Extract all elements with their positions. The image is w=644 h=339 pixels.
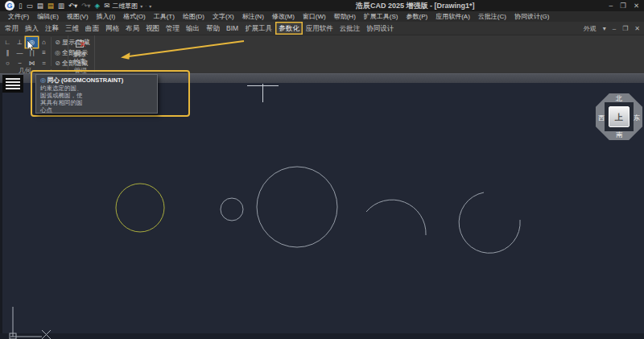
constraint-perpendicular-button[interactable]: ⊥ — [14, 37, 26, 48]
open-file-icon[interactable]: ▭ — [27, 0, 33, 11]
app-logo[interactable]: G — [5, 1, 14, 10]
minimize-button[interactable]: – — [609, 0, 613, 11]
drawing-canvas[interactable] — [0, 83, 644, 339]
tab-parametric[interactable]: 参数化 — [275, 22, 303, 35]
tab-insert[interactable]: 插入 — [22, 22, 42, 35]
title-bar: G ▯▭▤▤▥↶▾↷▾◈✉ 二维草图 ▾ · ▾ 浩辰CAD 2025 增强版 … — [0, 0, 644, 11]
qat-overflow-icon[interactable]: · — [145, 3, 147, 8]
tab-apps[interactable]: 应用软件 — [303, 22, 336, 35]
tooltip-title: 同心 (GEOMCONSTRAINT) — [47, 76, 123, 84]
close-button[interactable]: ✕ — [634, 0, 639, 11]
tab-3d[interactable]: 三维 — [62, 22, 82, 35]
delete-constraint-button[interactable]: ✕ 删除 约束 — [69, 36, 90, 65]
redo-icon[interactable]: ↷▾ — [81, 0, 90, 11]
tab-bim[interactable]: BIM — [223, 22, 242, 35]
tab-home[interactable]: 常用 — [2, 22, 22, 35]
undo-icon[interactable]: ↶▾ — [68, 0, 77, 11]
panel-separator — [94, 35, 95, 72]
tab-annotate[interactable]: 注释 — [42, 22, 62, 35]
save-icon[interactable]: ▤ — [37, 0, 43, 11]
tab-express[interactable]: 扩展工具 — [242, 22, 275, 35]
appearance-menu[interactable]: 外观 — [584, 24, 597, 33]
tab-cloud-markup[interactable]: 云批注 — [336, 22, 364, 35]
viewcube-top-face[interactable]: 上 — [609, 106, 630, 127]
ribbon-tab-bar: 常用插入注释三维曲面网格布局视图管理输出帮助BIM扩展工具参数化应用软件云批注协… — [0, 22, 644, 35]
panel-separator — [51, 37, 52, 66]
viewcube-west-label[interactable]: 西 — [597, 114, 605, 122]
constraint-coincident-button[interactable]: ∟ — [2, 37, 14, 48]
restore-button[interactable]: ❐ — [620, 0, 626, 11]
concentric-icon: ◎ — [40, 76, 46, 84]
window-title: 浩辰CAD 2025 增强版 - [Drawing1*] — [356, 0, 475, 11]
workspace-selector[interactable]: 二维草图 — [112, 2, 138, 10]
quick-access-toolbar: ▯▭▤▤▥↶▾↷▾◈✉ — [19, 0, 109, 11]
tooltip-body: 约束选定的圆、圆弧或椭圆，使其具有相同的圆心点 — [40, 85, 153, 114]
view-cube[interactable]: 上 北 南 西 东 — [596, 93, 642, 140]
tab-surface[interactable]: 曲面 — [82, 22, 102, 35]
tab-output[interactable]: 输出 — [183, 22, 203, 35]
viewcube-north-label[interactable]: 北 — [596, 94, 642, 103]
window-controls: –❐✕ — [609, 0, 639, 11]
print-icon[interactable]: ▥ — [58, 0, 64, 11]
ribbon-right-controls: 外观 ▾ – ❐ ✕ — [584, 22, 640, 35]
appearance-dropdown-icon[interactable]: ▾ — [603, 25, 606, 32]
viewcube-east-label[interactable]: 东 — [633, 114, 641, 122]
hamburger-menu-icon[interactable] — [2, 75, 23, 93]
workspace-dropdown-icon[interactable]: ▾ — [140, 3, 142, 9]
canvas-left-edge — [0, 83, 2, 339]
tab-collab[interactable]: 协同设计 — [363, 22, 397, 35]
mouse-cursor-icon — [27, 40, 36, 52]
constraint-horizontal-button[interactable]: — — [14, 48, 26, 58]
ribbon-panel-area: ∟⊥◎⌂∥—∣∣≡○~⋈= ⊘ 显示/隐藏 ◎ 全部显示 ⊘ 全部隐藏 几何 ⌟… — [0, 35, 644, 73]
save-as-icon[interactable]: ▤ — [47, 0, 54, 11]
qat-dropdown-icon[interactable]: ▾ — [149, 3, 151, 9]
tab-mesh[interactable]: 网格 — [102, 22, 122, 35]
constraint-collinear-button[interactable]: ≡ — [38, 48, 50, 58]
ribbon-minimize-button[interactable]: – — [613, 25, 616, 32]
tab-manage[interactable]: 管理 — [163, 22, 183, 35]
new-file-icon[interactable]: ▯ — [19, 0, 23, 11]
canvas-bottom-edge — [0, 333, 644, 339]
ribbon-restore-button[interactable]: ❐ — [622, 25, 628, 32]
tab-layout[interactable]: 布局 — [122, 22, 142, 35]
ribbon-close-button[interactable]: ✕ — [634, 25, 640, 32]
workspace-cube-icon[interactable]: ◈ — [95, 0, 101, 11]
menu-bar: 文件(F)编辑(E)视图(V)插入(I)格式(O)工具(T)绘图(D)文字(X)… — [0, 11, 644, 22]
red-x-icon: ✕ — [79, 39, 86, 50]
constraint-parallel-button[interactable]: ∥ — [2, 48, 14, 58]
viewcube-south-label[interactable]: 南 — [596, 130, 642, 139]
chat-bubble-icon[interactable]: ✉ — [104, 0, 109, 11]
constraint-fix-button[interactable]: ⌂ — [38, 37, 50, 48]
tab-view[interactable]: 视图 — [142, 22, 163, 35]
concentric-tooltip: ◎同心 (GEOMCONSTRAINT) 约束选定的圆、圆弧或椭圆，使其具有相同… — [35, 74, 158, 114]
tab-help[interactable]: 帮助 — [203, 22, 223, 35]
